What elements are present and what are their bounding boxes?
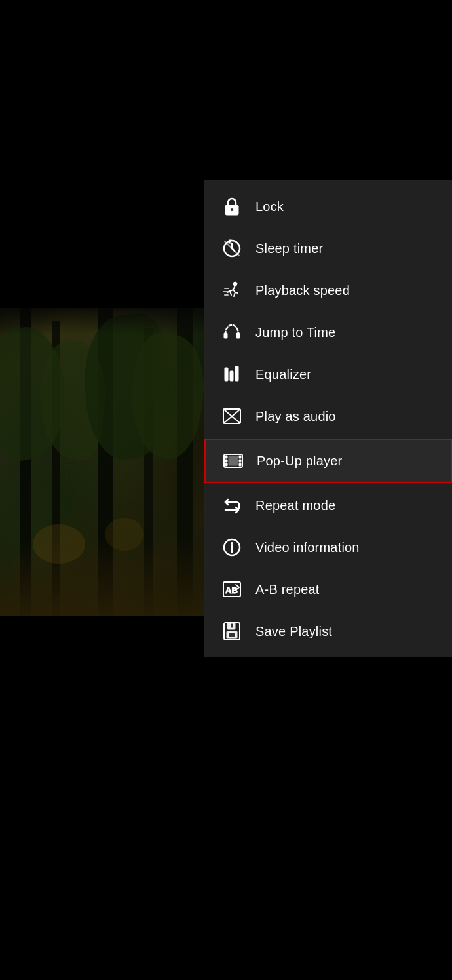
svg-rect-6 xyxy=(236,333,240,338)
svg-rect-14 xyxy=(225,456,227,458)
play-as-audio-icon xyxy=(220,404,244,428)
svg-rect-5 xyxy=(224,333,227,338)
svg-rect-18 xyxy=(239,460,241,462)
menu-item-save-playlist[interactable]: Save Playlist xyxy=(204,610,452,652)
play-as-audio-label: Play as audio xyxy=(255,409,336,424)
svg-rect-8 xyxy=(230,371,233,381)
menu-item-popup-player[interactable]: Pop-Up player xyxy=(204,439,452,483)
svg-rect-17 xyxy=(239,456,241,458)
repeat-mode-icon xyxy=(220,494,244,517)
svg-rect-15 xyxy=(225,460,227,462)
svg-rect-16 xyxy=(225,463,227,466)
ab-repeat-label: A-B repeat xyxy=(255,582,320,597)
popup-player-icon xyxy=(221,449,245,473)
svg-rect-29 xyxy=(231,623,233,628)
playback-speed-icon xyxy=(220,279,244,302)
svg-rect-7 xyxy=(225,368,228,381)
video-information-label: Video information xyxy=(255,540,360,555)
svg-rect-19 xyxy=(239,463,241,466)
svg-rect-28 xyxy=(229,633,235,637)
lock-label: Lock xyxy=(255,199,284,214)
menu-item-ab-repeat[interactable]: AB A-B repeat xyxy=(204,568,452,610)
menu-item-repeat-mode[interactable]: Repeat mode xyxy=(204,484,452,526)
context-menu: Lock Z Sleep timer xyxy=(204,180,452,657)
ab-repeat-icon: AB xyxy=(220,578,244,601)
playback-speed-label: Playback speed xyxy=(255,283,350,298)
svg-text:Z: Z xyxy=(229,239,232,244)
menu-item-sleep-timer[interactable]: Z Sleep timer xyxy=(204,227,452,269)
menu-item-lock[interactable]: Lock xyxy=(204,186,452,227)
jump-to-time-icon xyxy=(220,321,244,344)
svg-rect-9 xyxy=(235,366,238,381)
menu-item-jump-to-time[interactable]: Jump to Time xyxy=(204,311,452,353)
svg-rect-20 xyxy=(229,456,238,465)
forest-background xyxy=(0,308,206,616)
menu-item-playback-speed[interactable]: Playback speed xyxy=(204,269,452,311)
equalizer-label: Equalizer xyxy=(255,367,311,382)
lock-icon xyxy=(220,195,244,218)
sleep-timer-label: Sleep timer xyxy=(255,241,323,256)
save-playlist-label: Save Playlist xyxy=(255,624,332,639)
equalizer-icon xyxy=(220,363,244,386)
menu-item-equalizer[interactable]: Equalizer xyxy=(204,353,452,395)
menu-item-video-information[interactable]: Video information xyxy=(204,526,452,568)
video-information-icon xyxy=(220,536,244,559)
save-playlist-icon xyxy=(220,619,244,643)
sleep-timer-icon: Z xyxy=(220,237,244,260)
svg-point-22 xyxy=(231,543,233,545)
svg-point-1 xyxy=(231,208,234,212)
menu-item-play-as-audio[interactable]: Play as audio xyxy=(204,395,452,437)
jump-to-time-label: Jump to Time xyxy=(255,325,335,340)
repeat-mode-label: Repeat mode xyxy=(255,498,335,513)
popup-player-label: Pop-Up player xyxy=(257,454,342,469)
